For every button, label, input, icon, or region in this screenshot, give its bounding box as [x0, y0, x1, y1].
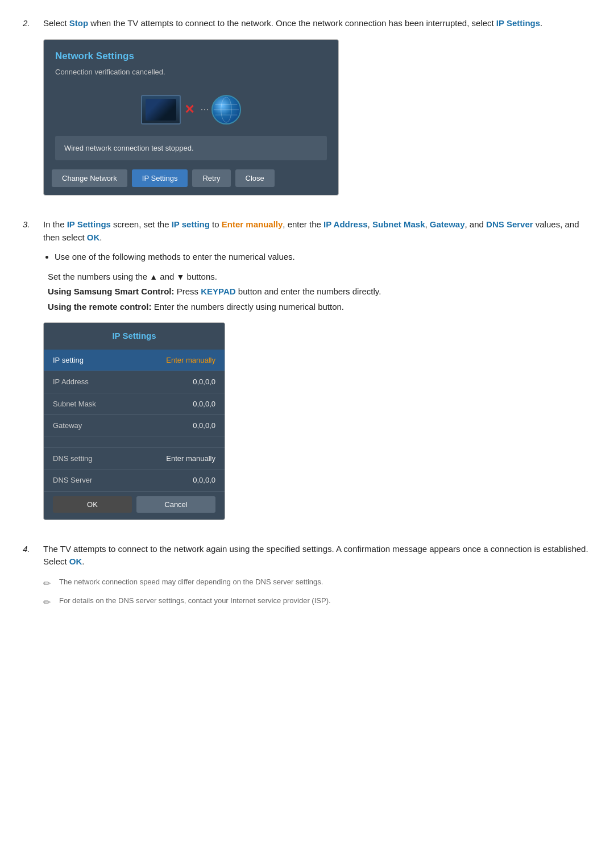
ip-dialog-title: IP Settings [44, 323, 225, 350]
step-3-content: In the IP Settings screen, set the IP se… [43, 218, 591, 529]
ip-address-row[interactable]: IP Address 0,0,0,0 [44, 371, 225, 393]
samsung-smart-control-label: Using Samsung Smart Control: [48, 286, 175, 296]
subnet-mask-label: Subnet Mask [44, 393, 130, 415]
note-2-text: For details on the DNS server settings, … [59, 595, 331, 607]
method-arrows: Set the numbers using the ▲ and ▼ button… [48, 271, 591, 284]
dialog-title: Network Settings [44, 40, 338, 66]
retry-button[interactable]: Retry [192, 169, 230, 187]
step-4-text: The TV attempts to connect to the networ… [43, 543, 591, 568]
method-remote: Using the remote control: Enter the numb… [48, 301, 591, 314]
step-4-content: The TV attempts to connect to the networ… [43, 543, 591, 614]
dns-server-highlight: DNS Server [486, 219, 533, 229]
note-1-row: ✏ The network connection speed may diffe… [43, 576, 591, 591]
ip-ok-button[interactable]: OK [53, 496, 132, 513]
dns-setting-value: Enter manually [130, 447, 225, 470]
ok-highlight-2: OK [69, 556, 82, 566]
ip-address-value: 0,0,0,0 [130, 371, 225, 393]
ip-settings-table: IP setting Enter manually IP Address 0,0… [44, 350, 225, 492]
tv-icon [141, 95, 181, 124]
remote-control-label: Using the remote control: [48, 302, 152, 312]
tv-screen [146, 99, 176, 121]
dialog-stopped-text: Wired network connection test stopped. [55, 136, 327, 161]
ok-highlight-1: OK [87, 232, 100, 242]
ip-separator [44, 437, 225, 447]
methods-list: Use one of the following methods to ente… [55, 251, 591, 264]
ip-separator-row [44, 437, 225, 447]
subnet-mask-highlight: Subnet Mask [372, 219, 425, 229]
dns-server-row[interactable]: DNS Server 0,0,0,0 [44, 470, 225, 492]
step-2-number: 2. [23, 17, 36, 205]
dialog-buttons: Change Network IP Settings Retry Close [44, 169, 338, 195]
dialog-image-area: ✕ ··· [44, 84, 338, 136]
subnet-mask-value: 0,0,0,0 [130, 393, 225, 415]
change-network-button[interactable]: Change Network [52, 169, 127, 187]
network-settings-dialog: Network Settings Connection verification… [43, 39, 339, 196]
ip-dialog-buttons: OK Cancel [44, 492, 225, 520]
gateway-row[interactable]: Gateway 0,0,0,0 [44, 415, 225, 437]
step-4: 4. The TV attempts to connect to the net… [23, 543, 591, 614]
bullet-item-1: Use one of the following methods to ente… [55, 251, 591, 264]
note-2-icon: ✏ [43, 596, 53, 609]
dns-server-label: DNS Server [44, 470, 130, 492]
note-2-row: ✏ For details on the DNS server settings… [43, 595, 591, 609]
ip-settings-button[interactable]: IP Settings [132, 169, 188, 187]
gateway-highlight: Gateway [430, 219, 465, 229]
ip-settings-highlight-1: IP Settings [496, 18, 540, 28]
method-smart-control: Using Samsung Smart Control: Press KEYPA… [48, 285, 591, 298]
ip-address-highlight: IP Address [323, 219, 368, 229]
step-2-content: Select Stop when the TV attempts to conn… [43, 17, 591, 205]
step-2-text: Select Stop when the TV attempts to conn… [43, 17, 591, 30]
gateway-value: 0,0,0,0 [130, 415, 225, 437]
step-4-number: 4. [23, 543, 36, 614]
dots-line: ··· [200, 102, 209, 117]
ip-setting-highlight: IP setting [172, 219, 210, 229]
close-button[interactable]: Close [235, 169, 275, 187]
note-1-icon: ✏ [43, 577, 53, 591]
step-3-text: In the IP Settings screen, set the IP se… [43, 218, 591, 244]
step-3: 3. In the IP Settings screen, set the IP… [23, 218, 591, 529]
ip-setting-value: Enter manually [130, 350, 225, 371]
down-arrow-icon: ▼ [177, 272, 185, 281]
dns-setting-row[interactable]: DNS setting Enter manually [44, 447, 225, 470]
enter-manually-highlight: Enter manually [222, 219, 283, 229]
notes-section: ✏ The network connection speed may diffe… [43, 576, 591, 609]
note-1-text: The network connection speed may differ … [59, 576, 323, 588]
x-mark-icon: ✕ [184, 100, 194, 119]
stop-highlight: Stop [69, 18, 88, 28]
dns-setting-label: DNS setting [44, 447, 130, 470]
dialog-subtitle: Connection verification cancelled. [44, 65, 338, 84]
ip-cancel-button[interactable]: Cancel [136, 496, 215, 513]
step-3-number: 3. [23, 218, 36, 529]
ip-settings-highlight-2: IP Settings [67, 219, 111, 229]
globe-icon [211, 95, 241, 124]
step-2: 2. Select Stop when the TV attempts to c… [23, 17, 591, 205]
dns-server-value: 0,0,0,0 [130, 470, 225, 492]
subnet-mask-row[interactable]: Subnet Mask 0,0,0,0 [44, 393, 225, 415]
up-arrow-icon: ▲ [150, 272, 157, 281]
ip-settings-dialog: IP Settings IP setting Enter manually IP… [43, 322, 225, 520]
ip-setting-label: IP setting [44, 350, 130, 371]
ip-address-label: IP Address [44, 371, 130, 393]
ip-setting-row[interactable]: IP setting Enter manually [44, 350, 225, 371]
keypad-highlight: KEYPAD [201, 286, 235, 296]
gateway-label: Gateway [44, 415, 130, 437]
